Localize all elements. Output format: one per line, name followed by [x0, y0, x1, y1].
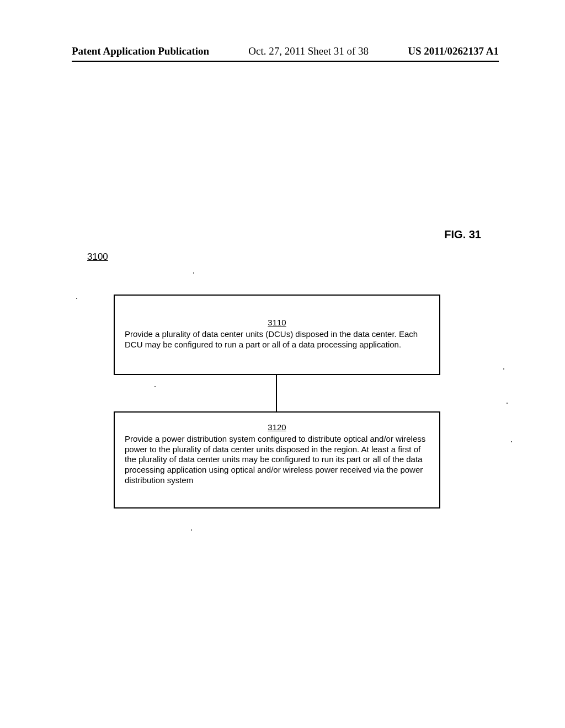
- box-number: 3120: [125, 422, 429, 433]
- box-number: 3110: [125, 318, 429, 328]
- flow-connector: [276, 375, 277, 411]
- header-rule: [72, 61, 499, 62]
- figure-label: FIG. 31: [444, 228, 481, 241]
- page-header: Patent Application Publication Oct. 27, …: [72, 45, 499, 57]
- patent-page: Patent Application Publication Oct. 27, …: [0, 0, 565, 728]
- scan-artifact: [511, 441, 512, 442]
- scan-artifact: [76, 298, 77, 299]
- header-center: Oct. 27, 2011 Sheet 31 of 38: [248, 45, 369, 57]
- scan-artifact: [193, 272, 194, 274]
- header-right: US 2011/0262137 A1: [408, 45, 499, 57]
- scan-artifact: [507, 403, 508, 404]
- scan-artifact: [154, 386, 156, 387]
- box-text: Provide a plurality of data center units…: [125, 329, 429, 350]
- scan-artifact: [191, 529, 192, 531]
- flowchart-box-3120: 3120 Provide a power distribution system…: [114, 411, 440, 508]
- scan-artifact: [503, 368, 504, 370]
- header-left: Patent Application Publication: [72, 45, 209, 57]
- box-text: Provide a power distribution system conf…: [125, 434, 429, 486]
- flowchart-box-3110: 3110 Provide a plurality of data center …: [114, 295, 440, 375]
- flowchart-number: 3100: [87, 251, 108, 263]
